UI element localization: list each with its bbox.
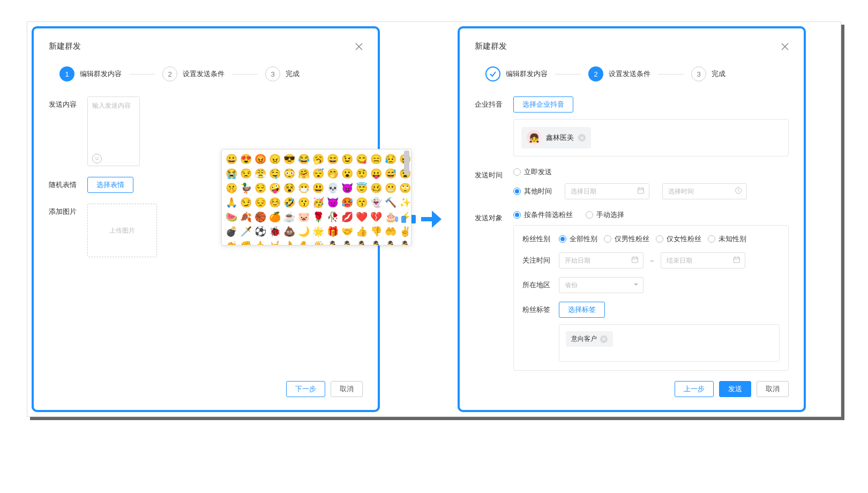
cancel-button[interactable]: 取消 bbox=[331, 381, 363, 397]
pick-time-input[interactable]: 选择时间 bbox=[662, 183, 747, 199]
radio-target-manual[interactable]: 手动选择 bbox=[586, 210, 624, 220]
radio-target-filter[interactable]: 按条件筛选粉丝 bbox=[513, 210, 573, 220]
emoji-cell[interactable]: 🗡️ bbox=[240, 225, 252, 238]
emoji-cell[interactable]: 😴 bbox=[312, 167, 325, 180]
emoji-cell[interactable]: ⚽ bbox=[254, 225, 267, 238]
remove-chip-icon[interactable]: ✕ bbox=[578, 134, 586, 141]
cancel-button[interactable]: 取消 bbox=[757, 381, 789, 397]
send-button[interactable]: 发送 bbox=[719, 381, 751, 397]
emoji-cell[interactable]: 🐧 bbox=[341, 240, 354, 245]
emoji-cell[interactable]: 👋 bbox=[312, 240, 325, 245]
emoji-cell[interactable]: 💣 bbox=[225, 225, 238, 238]
emoji-scrollbar[interactable] bbox=[404, 150, 409, 245]
next-button[interactable]: 下一步 bbox=[286, 381, 325, 397]
emoji-cell[interactable]: ✋ bbox=[297, 240, 310, 245]
emoji-cell[interactable]: 🤝 bbox=[341, 225, 354, 238]
province-select[interactable]: 省份 bbox=[559, 277, 643, 293]
content-textarea[interactable] bbox=[88, 97, 139, 152]
pick-date-input[interactable]: 选择日期 bbox=[565, 183, 649, 199]
emoji-cell[interactable]: 😌 bbox=[254, 182, 267, 195]
emoji-cell[interactable]: 💩 bbox=[283, 225, 296, 238]
radio-send-other[interactable]: 其他时间 bbox=[513, 186, 552, 196]
prev-button[interactable]: 上一步 bbox=[675, 381, 714, 397]
remove-tag-icon[interactable]: ✕ bbox=[600, 335, 608, 343]
emoji-cell[interactable]: ☺️ bbox=[268, 196, 281, 209]
emoji-cell[interactable]: 🐧 bbox=[370, 240, 383, 245]
emoji-cell[interactable]: 😋 bbox=[355, 153, 368, 166]
emoji-cell[interactable]: 🥵 bbox=[341, 196, 354, 209]
emoji-cell[interactable]: 😳 bbox=[283, 167, 296, 180]
emoji-cell[interactable]: 😄 bbox=[326, 153, 339, 166]
emoji-cell[interactable]: 🏀 bbox=[254, 211, 267, 223]
emoji-cell[interactable]: 😂 bbox=[297, 153, 310, 166]
emoji-cell[interactable]: 😔 bbox=[254, 196, 267, 209]
emoji-cell[interactable]: 😒 bbox=[240, 167, 252, 180]
emoji-cell[interactable]: 🐞 bbox=[268, 225, 281, 238]
emoji-cell[interactable]: 😭 bbox=[225, 167, 238, 180]
emoji-cell[interactable]: 🤤 bbox=[268, 167, 281, 180]
emoji-cell[interactable]: 🍉 bbox=[225, 211, 238, 223]
emoji-cell[interactable]: 🤣 bbox=[283, 196, 296, 209]
emoji-cell[interactable]: 🤭 bbox=[326, 167, 339, 180]
radio-send-now[interactable]: 立即发送 bbox=[513, 167, 552, 177]
emoji-cell[interactable]: 😤 bbox=[254, 167, 267, 180]
emoji-cell[interactable]: 👎 bbox=[370, 225, 383, 238]
emoji-cell[interactable]: 👌 bbox=[283, 240, 296, 245]
emoji-cell[interactable]: 😇 bbox=[355, 182, 368, 195]
emoji-cell[interactable]: 🍊 bbox=[268, 211, 281, 223]
upload-image-button[interactable]: 上传图片 bbox=[87, 204, 157, 257]
emoji-cell[interactable]: 🤘 bbox=[268, 240, 281, 245]
emoji-cell[interactable]: 💋 bbox=[341, 211, 354, 223]
end-date-input[interactable]: 结束日期 bbox=[661, 252, 745, 268]
emoji-cell[interactable]: 😈 bbox=[341, 182, 354, 195]
emoji-cell[interactable]: ☕ bbox=[283, 211, 296, 223]
emoji-cell[interactable]: 🤲 bbox=[384, 225, 397, 238]
emoji-cell[interactable]: 😑 bbox=[370, 153, 383, 166]
emoji-cell[interactable]: 😠 bbox=[268, 153, 281, 166]
close-icon[interactable] bbox=[781, 43, 789, 50]
emoji-cell[interactable]: 🥀 bbox=[326, 211, 339, 223]
emoji-cell[interactable]: 🌙 bbox=[297, 225, 310, 238]
close-icon[interactable] bbox=[355, 43, 363, 50]
emoji-cell[interactable]: 🌹 bbox=[312, 211, 325, 223]
emoji-cell[interactable]: 🔨 bbox=[384, 196, 397, 209]
emoji-cell[interactable]: 🥴 bbox=[370, 182, 383, 195]
emoji-cell[interactable]: 🤙 bbox=[254, 240, 267, 245]
emoji-cell[interactable]: 🌟 bbox=[312, 225, 325, 238]
emoji-cell[interactable]: 🥳 bbox=[312, 196, 325, 209]
emoji-cell[interactable]: 🤪 bbox=[268, 182, 281, 195]
emoji-cell[interactable]: 🐧 bbox=[355, 240, 368, 245]
select-emoji-button[interactable]: 选择表情 bbox=[87, 177, 133, 193]
emoji-cell[interactable]: 🤫 bbox=[225, 182, 238, 195]
emoji-cell[interactable]: 🥱 bbox=[312, 153, 325, 166]
radio-gender-all[interactable]: 全部性别 bbox=[559, 234, 597, 244]
emoji-cell[interactable]: 😵 bbox=[283, 182, 296, 195]
emoji-trigger-icon[interactable] bbox=[92, 154, 102, 163]
emoji-cell[interactable]: ✊ bbox=[240, 240, 252, 245]
emoji-cell[interactable]: 💀 bbox=[326, 182, 339, 195]
emoji-cell[interactable]: 🐧 bbox=[384, 240, 397, 245]
emoji-cell[interactable]: 😀 bbox=[225, 153, 238, 166]
radio-gender-unknown[interactable]: 未知性别 bbox=[708, 234, 746, 244]
emoji-cell[interactable]: 😍 bbox=[240, 153, 252, 166]
emoji-cell[interactable]: 😥 bbox=[384, 153, 397, 166]
emoji-cell[interactable]: 🍂 bbox=[240, 211, 252, 223]
radio-gender-female[interactable]: 仅女性粉丝 bbox=[656, 234, 701, 244]
emoji-cell[interactable]: 🐧 bbox=[326, 240, 339, 245]
select-account-button[interactable]: 选择企业抖音 bbox=[513, 96, 573, 113]
emoji-cell[interactable]: 🐷 bbox=[297, 211, 310, 223]
emoji-cell[interactable]: 😅 bbox=[384, 167, 397, 180]
emoji-cell[interactable]: 👏 bbox=[225, 240, 238, 245]
select-tag-button[interactable]: 选择标签 bbox=[559, 302, 605, 318]
start-date-input[interactable]: 开始日期 bbox=[559, 252, 643, 268]
emoji-cell[interactable]: 😎 bbox=[283, 153, 296, 166]
emoji-cell[interactable]: 😬 bbox=[384, 182, 397, 195]
emoji-cell[interactable]: ❤️ bbox=[355, 211, 368, 223]
radio-gender-male[interactable]: 仅男性粉丝 bbox=[604, 234, 649, 244]
emoji-cell[interactable]: 🎁 bbox=[326, 225, 339, 238]
emoji-cell[interactable]: 👍 bbox=[355, 225, 368, 238]
emoji-cell[interactable]: 😉 bbox=[341, 153, 354, 166]
emoji-cell[interactable]: 😡 bbox=[254, 153, 267, 166]
emoji-cell[interactable]: 😙 bbox=[355, 196, 368, 209]
emoji-cell[interactable]: 🤗 bbox=[297, 167, 310, 180]
